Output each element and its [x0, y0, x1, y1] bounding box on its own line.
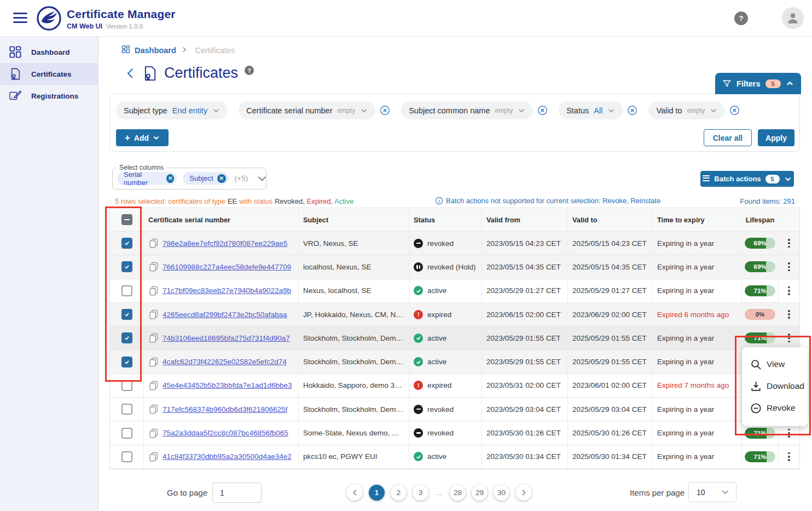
chevron-down-icon [607, 107, 615, 114]
filter-chip-status[interactable]: StatusAll [559, 101, 623, 119]
hamburger-menu-icon[interactable] [13, 13, 27, 24]
select-all-checkbox[interactable] [121, 214, 132, 225]
help-icon[interactable]: ? [734, 12, 748, 25]
copy-icon[interactable] [148, 404, 159, 415]
kebab-menu-icon[interactable] [786, 260, 792, 273]
filters-toggle-button[interactable]: Filters 5 [715, 73, 801, 94]
menu-item-revoke[interactable]: Revoke [742, 397, 808, 419]
items-per-page-select[interactable]: 10 [688, 482, 736, 502]
status-active-icon [414, 357, 423, 366]
copy-icon[interactable] [148, 238, 159, 249]
sidebar-item-certificates[interactable]: Certificates [0, 63, 98, 85]
next-page-button[interactable] [515, 484, 532, 501]
remove-filter-icon[interactable] [380, 105, 390, 116]
page-button-3[interactable]: 3 [413, 485, 428, 501]
go-to-page-input[interactable] [212, 483, 262, 503]
chevron-down-icon[interactable] [257, 173, 268, 184]
copy-icon[interactable] [148, 357, 159, 368]
remove-column-icon[interactable]: ✕ [217, 174, 226, 183]
chevron-down-icon [721, 487, 730, 497]
copy-icon[interactable] [148, 285, 159, 296]
serial-link[interactable]: 71c7bf09ec83eeb27e7940b4a9022a9b [163, 286, 291, 295]
kebab-menu-icon[interactable] [786, 284, 792, 297]
kebab-menu-icon[interactable] [786, 331, 792, 345]
breadcrumb-dashboard[interactable]: Dashboard [135, 46, 176, 55]
page-button-1[interactable]: 1 [369, 485, 385, 501]
kebab-menu-icon[interactable] [786, 427, 792, 440]
row-checkbox[interactable] [121, 285, 132, 296]
serial-link[interactable]: 75a2a3ddaa5f2cc8c087bc46856fb065 [163, 429, 288, 437]
copy-icon[interactable] [148, 451, 159, 462]
remove-filter-icon[interactable] [627, 105, 637, 116]
row-checkbox[interactable] [121, 261, 132, 272]
back-button[interactable] [125, 67, 136, 80]
page-button-30[interactable]: 30 [494, 485, 509, 501]
chevron-down-icon [212, 107, 220, 114]
serial-link[interactable]: 4265eecd8af299bf2473e2bc50afabaa [163, 311, 287, 319]
previous-page-button[interactable] [346, 484, 363, 501]
row-checkbox[interactable] [121, 428, 132, 439]
chevron-down-icon [153, 134, 160, 141]
copy-icon[interactable] [148, 428, 159, 439]
row-checkbox[interactable] [121, 357, 132, 368]
menu-item-download[interactable]: Download [742, 375, 808, 397]
page-button-29[interactable]: 29 [472, 485, 488, 501]
copy-icon[interactable] [148, 309, 159, 320]
lifespan-percent: 69% [745, 238, 775, 249]
kebab-menu-icon[interactable] [786, 450, 792, 463]
column-chip-subject[interactable]: Subject✕ [183, 172, 228, 185]
serial-link[interactable]: 786e2a8ee7efcf92d780f087ee229ae5 [163, 239, 287, 248]
row-checkbox[interactable] [121, 451, 132, 462]
serial-link[interactable]: 717efc568374b960db6d3f621806625f [163, 405, 287, 414]
row-actions-cell [779, 232, 799, 255]
kebab-menu-icon[interactable] [786, 237, 792, 250]
row-checkbox[interactable] [121, 404, 132, 415]
row-checkbox[interactable] [121, 309, 132, 320]
sidebar-item-registrations[interactable]: Registrations [0, 85, 98, 107]
user-avatar[interactable] [782, 7, 804, 29]
serial-link[interactable]: 766109988c227a4eec58defe9e447709 [163, 263, 291, 271]
filter-chip-certificate-serial-number[interactable]: Certificate serial numberempty [239, 101, 375, 119]
valid-from-cell: 2023/05/29 01:27 CET [482, 279, 568, 302]
filter-chip-subject-common-name[interactable]: Subject common nameempty [401, 101, 533, 119]
serial-link[interactable]: 4cafc62d73f422625e02582e5efc2d74 [163, 358, 287, 366]
lifespan-cell: 71% [742, 279, 779, 302]
filter-chip-valid-to[interactable]: Valid toempty [648, 101, 725, 119]
clear-all-button[interactable]: Clear all [704, 129, 752, 146]
copy-icon[interactable] [148, 332, 159, 343]
page-button-28[interactable]: 28 [450, 485, 466, 501]
copy-icon[interactable] [148, 261, 159, 272]
valid-to-cell: 2023/06/29 02:00 CET [568, 303, 653, 326]
status-label: active [427, 358, 446, 366]
page-button-2[interactable]: 2 [391, 485, 407, 501]
filter-chip-label: Certificate serial number [246, 106, 332, 115]
add-filter-button[interactable]: + Add [116, 129, 169, 146]
plus-icon: + [125, 133, 130, 143]
row-checkbox-cell [110, 398, 144, 421]
kebab-menu-icon[interactable] [786, 308, 792, 321]
column-chip-serial-number[interactable]: Serial number✕ [117, 172, 177, 185]
serial-link[interactable]: 74b3106eed18695bfa275d731f4d90a7 [163, 334, 290, 342]
check-icon [124, 312, 130, 317]
batch-actions-button[interactable]: Batch actions 5 [700, 171, 794, 187]
remove-column-icon[interactable]: ✕ [166, 174, 174, 183]
row-checkbox-cell [110, 279, 144, 302]
app-title: Certificate Manager [67, 8, 176, 21]
filter-chip-subject-type[interactable]: Subject typeEnd entity [116, 101, 228, 119]
row-checkbox[interactable] [121, 332, 132, 343]
serial-link[interactable]: 45e4e43452b5b23bbfda7e1ad1d6bbe3 [163, 381, 292, 389]
page-help-icon[interactable]: ? [245, 66, 254, 75]
apply-button[interactable]: Apply [758, 129, 794, 146]
certificate-manager-app: Certificate Manager CM Web UIVersion 1.0… [0, 0, 812, 511]
summary-segment: Expired, [306, 197, 334, 205]
row-checkbox-cell [110, 374, 144, 397]
remove-filter-icon[interactable] [729, 105, 740, 116]
lifespan-percent: 71% [745, 285, 775, 296]
remove-filter-icon[interactable] [537, 105, 548, 116]
serial-link[interactable]: 41c84f33730dbb95a2a30500d4ae34e2 [163, 452, 292, 461]
row-checkbox[interactable] [121, 380, 132, 391]
copy-icon[interactable] [148, 380, 159, 391]
menu-item-view[interactable]: View [742, 353, 808, 375]
sidebar-item-dashboard[interactable]: Dashboard [0, 41, 98, 63]
row-checkbox[interactable] [121, 238, 132, 249]
